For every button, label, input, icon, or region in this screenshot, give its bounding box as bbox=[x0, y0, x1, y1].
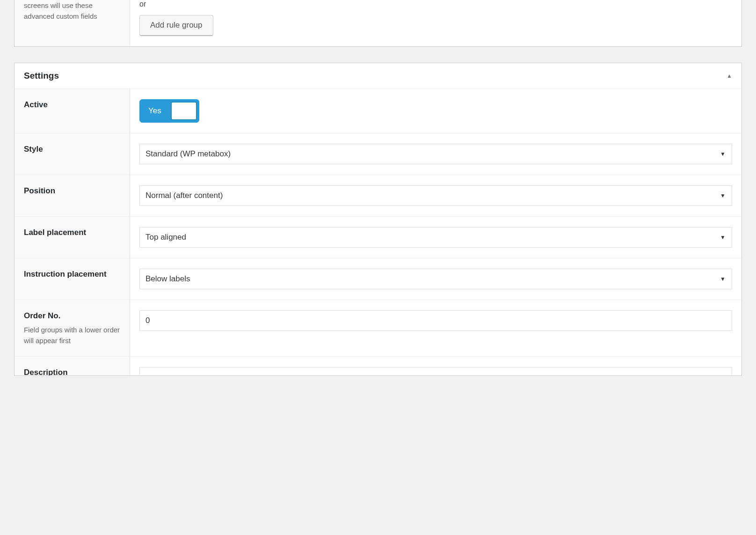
position-control-cell: Normal (after content) bbox=[130, 175, 741, 216]
location-rules-label-cell: screens will use these advanced custom f… bbox=[15, 0, 130, 46]
position-row: Position Normal (after content) bbox=[15, 175, 741, 217]
style-select-wrapper: Standard (WP metabox) bbox=[139, 144, 732, 164]
label-placement-label-cell: Label placement bbox=[15, 217, 130, 258]
active-row: Active Yes bbox=[15, 89, 741, 133]
active-label-cell: Active bbox=[15, 89, 130, 133]
label-placement-select[interactable]: Top aligned bbox=[139, 227, 732, 248]
active-toggle-on-label: Yes bbox=[140, 106, 161, 116]
label-placement-label: Label placement bbox=[24, 227, 120, 238]
active-control-cell: Yes bbox=[130, 89, 741, 133]
location-rules-panel: screens will use these advanced custom f… bbox=[14, 0, 742, 47]
chevron-up-icon: ▲ bbox=[727, 73, 732, 79]
instruction-placement-label: Instruction placement bbox=[24, 269, 120, 280]
settings-panel: Settings ▲ Active Yes Style Standard (WP… bbox=[14, 63, 742, 376]
order-no-label: Order No. bbox=[24, 310, 120, 322]
settings-panel-title: Settings bbox=[24, 71, 59, 81]
order-no-control-cell bbox=[130, 300, 741, 356]
position-label-cell: Position bbox=[15, 175, 130, 216]
panel-toggle-button[interactable]: ▲ bbox=[727, 73, 732, 79]
add-rule-group-button[interactable]: Add rule group bbox=[139, 15, 213, 36]
description-label-cell: Description bbox=[15, 357, 130, 375]
label-placement-row: Label placement Top aligned bbox=[15, 217, 741, 258]
order-no-row: Order No. Field groups with a lower orde… bbox=[15, 300, 741, 357]
instruction-placement-label-cell: Instruction placement bbox=[15, 258, 130, 300]
active-toggle-slider bbox=[171, 102, 197, 120]
or-separator-label: or bbox=[139, 0, 732, 8]
location-rules-control-cell: or Add rule group bbox=[130, 0, 741, 46]
description-control-cell bbox=[130, 357, 741, 375]
instruction-placement-control-cell: Below labels bbox=[130, 258, 741, 300]
position-label: Position bbox=[24, 185, 120, 197]
style-control-cell: Standard (WP metabox) bbox=[130, 133, 741, 175]
label-placement-control-cell: Top aligned bbox=[130, 217, 741, 258]
style-label: Style bbox=[24, 144, 120, 155]
instruction-placement-row: Instruction placement Below labels bbox=[15, 258, 741, 300]
location-rules-row: screens will use these advanced custom f… bbox=[15, 0, 741, 46]
active-label: Active bbox=[24, 99, 120, 110]
label-placement-select-wrapper: Top aligned bbox=[139, 227, 732, 248]
order-no-description: Field groups with a lower order will app… bbox=[24, 324, 120, 346]
active-toggle[interactable]: Yes bbox=[139, 99, 199, 123]
position-select[interactable]: Normal (after content) bbox=[139, 185, 732, 206]
style-row: Style Standard (WP metabox) bbox=[15, 133, 741, 175]
position-select-wrapper: Normal (after content) bbox=[139, 185, 732, 206]
instruction-placement-select[interactable]: Below labels bbox=[139, 269, 732, 289]
settings-panel-header: Settings ▲ bbox=[15, 63, 741, 89]
description-input[interactable] bbox=[139, 367, 732, 375]
description-row: Description bbox=[15, 357, 741, 375]
description-label: Description bbox=[24, 367, 120, 375]
order-no-label-cell: Order No. Field groups with a lower orde… bbox=[15, 300, 130, 356]
style-label-cell: Style bbox=[15, 133, 130, 175]
order-no-input[interactable] bbox=[139, 310, 732, 331]
location-rules-description: screens will use these advanced custom f… bbox=[24, 0, 120, 22]
style-select[interactable]: Standard (WP metabox) bbox=[139, 144, 732, 164]
instruction-placement-select-wrapper: Below labels bbox=[139, 269, 732, 289]
